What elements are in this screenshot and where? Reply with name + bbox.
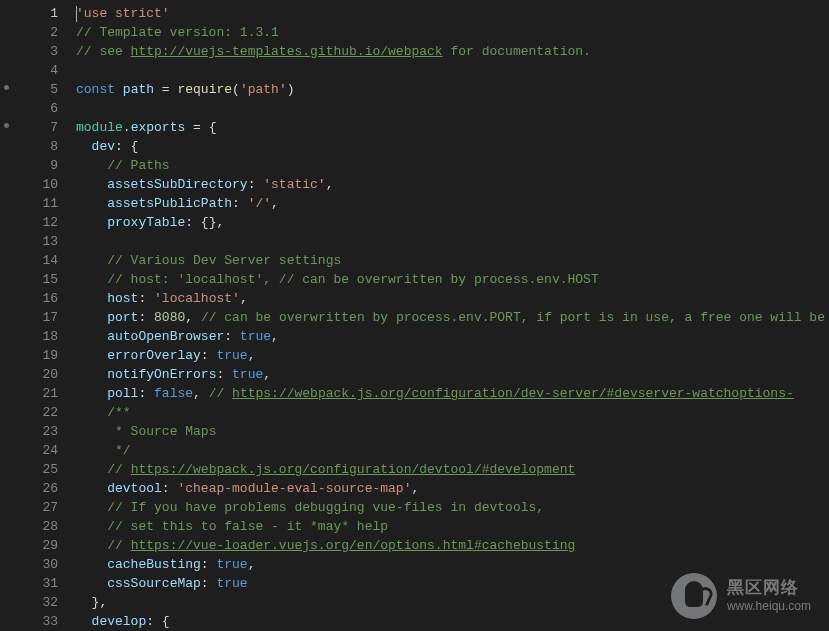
token-property: autoOpenBrowser: [107, 329, 224, 344]
line-number[interactable]: 6: [14, 99, 76, 118]
line-number[interactable]: 3: [14, 42, 76, 61]
line-number[interactable]: 23: [14, 422, 76, 441]
token-link[interactable]: https://vue-loader.vuejs.org/en/options.…: [131, 538, 576, 553]
line-number[interactable]: 19: [14, 346, 76, 365]
code-line[interactable]: /**: [76, 403, 829, 422]
code-line[interactable]: // Paths: [76, 156, 829, 175]
token-property: host: [107, 291, 138, 306]
code-line[interactable]: devtool: 'cheap-module-eval-source-map',: [76, 479, 829, 498]
code-line[interactable]: * Source Maps: [76, 422, 829, 441]
line-number[interactable]: 15: [14, 270, 76, 289]
line-number[interactable]: 22: [14, 403, 76, 422]
line-number[interactable]: 8: [14, 137, 76, 156]
code-editor[interactable]: 1 2 3 4 5 6 7 8 9 10 11 12 13 14 15 16 1…: [0, 0, 829, 631]
token-property: notifyOnErrors: [107, 367, 216, 382]
line-number[interactable]: 2: [14, 23, 76, 42]
code-line[interactable]: autoOpenBrowser: true,: [76, 327, 829, 346]
code-line[interactable]: assetsSubDirectory: 'static',: [76, 175, 829, 194]
token-property: assetsSubDirectory: [107, 177, 247, 192]
line-number[interactable]: 29: [14, 536, 76, 555]
line-number[interactable]: 9: [14, 156, 76, 175]
breakpoint-marker[interactable]: [4, 85, 9, 90]
code-line[interactable]: poll: false, // https://webpack.js.org/c…: [76, 384, 829, 403]
token-string: 'localhost': [154, 291, 240, 306]
token-comment: // can be overwritten by process.env.POR…: [201, 310, 829, 325]
code-line[interactable]: module.exports = {: [76, 118, 829, 137]
token-string: 'use strict': [76, 6, 170, 21]
code-line[interactable]: develop: {: [76, 612, 829, 631]
line-number[interactable]: 21: [14, 384, 76, 403]
line-number[interactable]: 33: [14, 612, 76, 631]
token-comment: //: [107, 462, 130, 477]
token-link[interactable]: https://webpack.js.org/configuration/dev…: [131, 462, 576, 477]
code-line[interactable]: [76, 61, 829, 80]
line-number[interactable]: 17: [14, 308, 76, 327]
code-line[interactable]: },: [76, 593, 829, 612]
code-area[interactable]: 'use strict' // Template version: 1.3.1 …: [76, 0, 829, 631]
line-number[interactable]: 20: [14, 365, 76, 384]
token-comment: /**: [107, 405, 130, 420]
code-line[interactable]: // If you have problems debugging vue-fi…: [76, 498, 829, 517]
token-comment: // Various Dev Server settings: [107, 253, 341, 268]
token-boolean: true: [216, 557, 247, 572]
line-number[interactable]: 7: [14, 118, 76, 137]
code-line[interactable]: // host: 'localhost', // can be overwrit…: [76, 270, 829, 289]
code-line[interactable]: assetsPublicPath: '/',: [76, 194, 829, 213]
line-number[interactable]: 25: [14, 460, 76, 479]
line-number[interactable]: 10: [14, 175, 76, 194]
token-object: module: [76, 120, 123, 135]
token-link[interactable]: https://webpack.js.org/configuration/dev…: [232, 386, 794, 401]
token-property: poll: [107, 386, 138, 401]
code-line[interactable]: [76, 232, 829, 251]
token-number: 8080: [154, 310, 185, 325]
code-line[interactable]: 'use strict': [76, 4, 829, 23]
code-line[interactable]: [76, 99, 829, 118]
code-line[interactable]: // https://vue-loader.vuejs.org/en/optio…: [76, 536, 829, 555]
code-line[interactable]: */: [76, 441, 829, 460]
token-property: assetsPublicPath: [107, 196, 232, 211]
line-number[interactable]: 30: [14, 555, 76, 574]
line-number[interactable]: 32: [14, 593, 76, 612]
code-line[interactable]: proxyTable: {},: [76, 213, 829, 232]
code-line[interactable]: errorOverlay: true,: [76, 346, 829, 365]
line-number[interactable]: 14: [14, 251, 76, 270]
code-line[interactable]: host: 'localhost',: [76, 289, 829, 308]
code-line[interactable]: const path = require('path'): [76, 80, 829, 99]
token-comment: // see: [76, 44, 131, 59]
line-number[interactable]: 13: [14, 232, 76, 251]
token-property: dev: [92, 139, 115, 154]
code-line[interactable]: // Template version: 1.3.1: [76, 23, 829, 42]
token-comment: // If you have problems debugging vue-fi…: [107, 500, 544, 515]
line-number[interactable]: 27: [14, 498, 76, 517]
breakpoint-column[interactable]: [0, 0, 14, 631]
token-comment: // set this to false - it *may* help: [107, 519, 388, 534]
token-link[interactable]: http://vuejs-templates.github.io/webpack: [131, 44, 443, 59]
line-number[interactable]: 31: [14, 574, 76, 593]
breakpoint-marker[interactable]: [4, 123, 9, 128]
code-line[interactable]: dev: {: [76, 137, 829, 156]
line-number[interactable]: 11: [14, 194, 76, 213]
token-comment: //: [107, 538, 130, 553]
token-string: 'static': [263, 177, 325, 192]
code-line[interactable]: // set this to false - it *may* help: [76, 517, 829, 536]
code-line[interactable]: // see http://vuejs-templates.github.io/…: [76, 42, 829, 61]
line-number[interactable]: 12: [14, 213, 76, 232]
line-number[interactable]: 5: [14, 80, 76, 99]
token-comment: */: [107, 443, 130, 458]
code-line[interactable]: port: 8080, // can be overwritten by pro…: [76, 308, 829, 327]
line-gutter[interactable]: 1 2 3 4 5 6 7 8 9 10 11 12 13 14 15 16 1…: [14, 0, 76, 631]
line-number[interactable]: 1: [14, 4, 76, 23]
line-number[interactable]: 16: [14, 289, 76, 308]
line-number[interactable]: 26: [14, 479, 76, 498]
code-line[interactable]: notifyOnErrors: true,: [76, 365, 829, 384]
token-string: 'cheap-module-eval-source-map': [177, 481, 411, 496]
code-line[interactable]: cssSourceMap: true: [76, 574, 829, 593]
code-line[interactable]: // https://webpack.js.org/configuration/…: [76, 460, 829, 479]
code-line[interactable]: cacheBusting: true,: [76, 555, 829, 574]
line-number[interactable]: 18: [14, 327, 76, 346]
code-line[interactable]: // Various Dev Server settings: [76, 251, 829, 270]
line-number[interactable]: 24: [14, 441, 76, 460]
line-number[interactable]: 28: [14, 517, 76, 536]
token-property: proxyTable: [107, 215, 185, 230]
line-number[interactable]: 4: [14, 61, 76, 80]
